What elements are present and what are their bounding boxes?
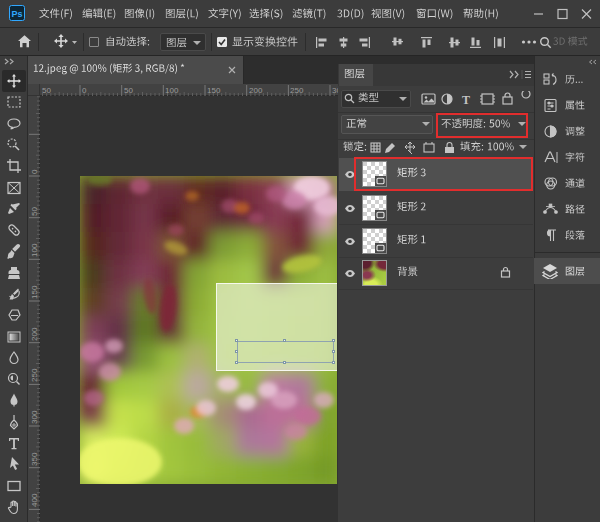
svg-text:100: 100	[30, 243, 39, 257]
svg-text:200: 200	[30, 327, 39, 341]
svg-text:350: 350	[30, 452, 39, 466]
svg-text:Ps: Ps	[11, 9, 22, 19]
svg-text:200: 200	[249, 86, 263, 95]
svg-text:50: 50	[124, 86, 133, 95]
svg-text:250: 250	[30, 368, 39, 382]
svg-text:250: 250	[290, 86, 304, 95]
svg-text:150: 150	[30, 285, 39, 299]
svg-text:50: 50	[42, 86, 51, 95]
svg-text:400: 400	[30, 493, 39, 507]
svg-text:300: 300	[30, 410, 39, 424]
svg-text:100: 100	[165, 86, 179, 95]
svg-text:0: 0	[82, 86, 87, 95]
svg-text:0: 0	[30, 169, 39, 174]
svg-text:50: 50	[30, 207, 39, 216]
svg-text:150: 150	[207, 86, 221, 95]
svg-text:T: T	[462, 93, 470, 107]
